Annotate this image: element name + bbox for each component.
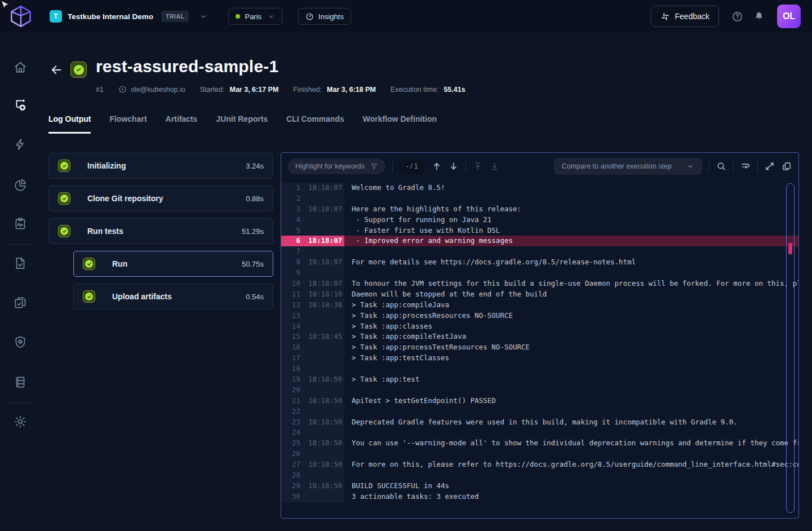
page-title: rest-assured-sample-1	[96, 57, 278, 76]
log-line-timestamp: 18:18:07	[300, 183, 344, 193]
back-button[interactable]	[50, 63, 63, 77]
insights-icon	[305, 12, 314, 21]
log-line-number[interactable]: 23	[281, 417, 300, 428]
log-line-number[interactable]: 6	[281, 236, 300, 246]
sidebar-item-server-rack-icon[interactable]	[13, 375, 28, 390]
log-line: 24	[281, 427, 798, 438]
step-card-initializing[interactable]: Initializing3.24s	[48, 153, 273, 179]
scroll-to-bottom-icon[interactable]	[490, 161, 500, 171]
feedback-button[interactable]: Feedback	[651, 6, 719, 27]
scroll-to-top-icon[interactable]	[473, 161, 483, 171]
insights-button[interactable]: Insights	[298, 8, 351, 25]
log-line-text: To honour the JVM settings for this buil…	[344, 278, 798, 289]
log-line-number[interactable]: 3	[281, 204, 300, 215]
log-line-timestamp	[300, 321, 344, 332]
tab-artifacts[interactable]: Artifacts	[166, 114, 198, 134]
log-lines-viewport: 118:18:07Welcome to Gradle 8.5!2318:18:0…	[281, 183, 798, 502]
sidebar-item-workflow-add-icon[interactable]	[13, 98, 28, 112]
log-line-number[interactable]: 13	[281, 311, 300, 321]
log-line-number[interactable]: 5	[281, 225, 300, 236]
log-line-number[interactable]: 24	[281, 427, 300, 438]
left-sidebar: Copilot	[0, 33, 41, 531]
notifications-bell-icon[interactable]	[753, 11, 765, 22]
sidebar-item-clipboard-pulse-icon[interactable]	[13, 216, 28, 231]
step-card-run[interactable]: Run50.75s	[73, 251, 273, 277]
triggered-by[interactable]: ole@kubeshop.io	[118, 85, 185, 94]
log-line-number[interactable]: 30	[281, 492, 300, 502]
sidebar-item-settings-gear-icon[interactable]	[13, 414, 28, 429]
log-line-number[interactable]: 12	[281, 300, 300, 311]
log-line-number[interactable]: 11	[281, 289, 300, 300]
sidebar-item-pie-chart-icon[interactable]	[13, 178, 28, 192]
log-line-number[interactable]: 28	[281, 470, 300, 481]
feedback-label: Feedback	[675, 12, 709, 21]
sidebar-item-shield-gear-icon[interactable]	[13, 335, 28, 349]
next-match-arrow-down-icon[interactable]	[449, 161, 459, 171]
log-line-number[interactable]: 20	[281, 385, 300, 396]
log-line: 16> Task :app:processTestResources NO-SO…	[281, 342, 798, 353]
log-line-number[interactable]: 2	[281, 193, 300, 204]
sidebar-item-lightning-icon[interactable]	[13, 137, 28, 152]
word-wrap-icon[interactable]	[740, 161, 751, 171]
log-line-number[interactable]: 15	[281, 331, 300, 342]
log-line-text: > Task :app:classes	[344, 321, 798, 332]
tab-flowchart[interactable]: Flowchart	[109, 114, 147, 134]
log-line-number[interactable]: 18	[281, 364, 300, 374]
log-line-text	[344, 268, 798, 278]
log-line-number[interactable]: 7	[281, 246, 300, 257]
step-card-run-tests[interactable]: Run tests51.29s	[48, 218, 273, 244]
previous-match-arrow-up-icon[interactable]	[432, 161, 442, 171]
log-line-number[interactable]: 10	[281, 278, 300, 289]
log-line-number[interactable]: 29	[281, 481, 300, 492]
sidebar-item-home-icon[interactable]	[13, 60, 28, 74]
compare-step-dropdown[interactable]: Compare to another execution step	[554, 158, 702, 175]
testkube-logo-icon[interactable]	[8, 3, 34, 29]
log-line-number[interactable]: 19	[281, 374, 300, 385]
log-line-number[interactable]: 21	[281, 396, 300, 406]
log-line-text: > Task :app:compileJava	[344, 300, 798, 311]
log-scrollbar-thumb[interactable]	[786, 183, 795, 513]
log-line-number[interactable]: 27	[281, 459, 300, 470]
log-line-highlighted: 618:18:07 - Improved error and warning m…	[281, 236, 798, 246]
log-line-number[interactable]: 25	[281, 438, 300, 449]
copy-icon[interactable]	[782, 161, 792, 171]
log-line-text: For more details see https://docs.gradle…	[344, 257, 798, 268]
log-line-text: Daemon will be stopped at the end of the…	[344, 289, 798, 300]
sidebar-item-document-check-icon[interactable]	[13, 256, 28, 271]
search-icon[interactable]	[716, 161, 726, 171]
log-line-number[interactable]: 14	[281, 321, 300, 332]
log-line-number[interactable]: 16	[281, 342, 300, 353]
step-card-clone-git-repository[interactable]: Clone Git repository0.88s	[48, 185, 273, 211]
env-status-dot-icon	[236, 14, 240, 19]
log-line-text: Deprecated Gradle features were used in …	[344, 417, 798, 428]
tab-cli-commands[interactable]: CLI Commands	[286, 114, 344, 134]
log-line-timestamp	[300, 406, 344, 417]
log-line-number[interactable]: 4	[281, 215, 300, 225]
step-card-upload-artifacts[interactable]: Upload artifacts0.54s	[73, 284, 273, 309]
log-line: 1018:18:07To honour the JVM settings for…	[281, 278, 798, 289]
insights-label: Insights	[318, 12, 344, 21]
log-line-timestamp	[300, 268, 344, 278]
log-line-number[interactable]: 9	[281, 268, 300, 278]
log-line-text: BUILD SUCCESSFUL in 44s	[344, 481, 798, 492]
org-switcher[interactable]: T Testkube Internal Demo TRIAL	[50, 10, 208, 23]
highlight-keywords-filter[interactable]: Highlight for keywords	[288, 158, 385, 174]
help-icon[interactable]	[731, 11, 743, 23]
log-line-timestamp: 18:18:50	[300, 438, 344, 449]
sidebar-item-documents-stack-icon[interactable]	[13, 295, 28, 310]
log-output-panel: Highlight for keywords - / 1 Compare to …	[281, 152, 799, 519]
log-line-number[interactable]: 26	[281, 449, 300, 459]
tab-log-output[interactable]: Log Output	[48, 114, 91, 134]
log-line-number[interactable]: 22	[281, 406, 300, 417]
log-line-number[interactable]: 1	[281, 183, 300, 193]
fullscreen-expand-icon[interactable]	[765, 161, 775, 171]
mouse-cursor-icon	[0, 0, 10, 10]
user-avatar[interactable]: OL	[777, 5, 801, 28]
log-line: 1518:18:45> Task :app:compileTestJava	[281, 331, 798, 342]
log-line-number[interactable]: 8	[281, 257, 300, 268]
tab-workflow-definition[interactable]: Workflow Definition	[363, 114, 437, 134]
step-label: Initializing	[87, 161, 246, 170]
log-line-number[interactable]: 17	[281, 353, 300, 364]
tab-junit-reports[interactable]: JUnit Reports	[216, 114, 268, 134]
environment-selector[interactable]: Paris	[228, 8, 282, 25]
